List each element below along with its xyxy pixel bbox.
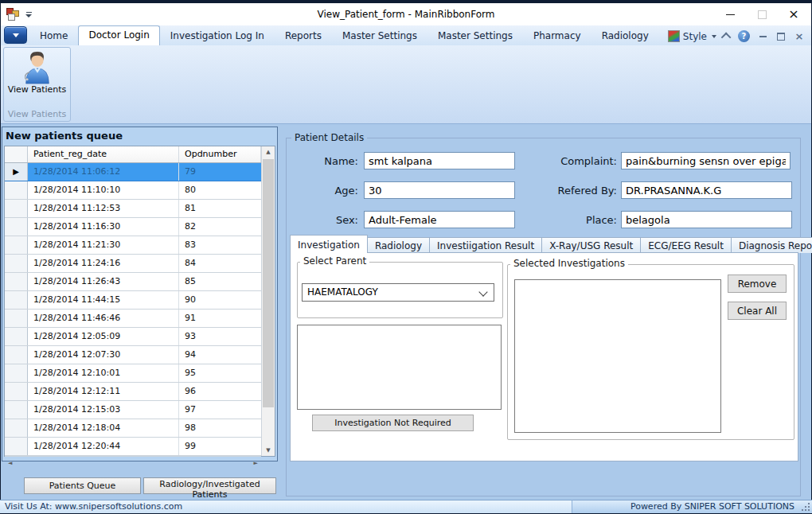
cell-patient-reg-date[interactable]: 1/28/2014 12:15:03 bbox=[28, 401, 179, 419]
ribbon-tab-home[interactable]: Home bbox=[29, 27, 78, 45]
cell-opdnumber[interactable]: 79 bbox=[179, 163, 261, 181]
cell-patient-reg-date[interactable]: 1/28/2014 11:46:46 bbox=[28, 310, 179, 327]
cell-opdnumber[interactable]: 83 bbox=[179, 236, 261, 254]
tab-investiigation-result[interactable]: Investiigation Result bbox=[429, 237, 542, 253]
table-row[interactable]: 1/28/2014 12:05:0993 bbox=[5, 328, 261, 346]
radiology-investigated-patients-tab-button[interactable]: Radiology/Investigated Patients bbox=[143, 477, 276, 494]
cell-opdnumber[interactable]: 84 bbox=[179, 255, 261, 272]
cell-patient-reg-date[interactable]: 1/28/2014 11:44:15 bbox=[28, 291, 179, 309]
cell-patient-reg-date[interactable]: 1/28/2014 11:21:30 bbox=[28, 236, 179, 254]
style-picker-button[interactable]: Style bbox=[668, 30, 716, 42]
horizontal-scrollbar[interactable]: ◄ ► bbox=[5, 456, 261, 457]
cell-opdnumber[interactable]: 99 bbox=[179, 438, 261, 455]
application-menu-button[interactable] bbox=[4, 26, 27, 44]
tab-diagnosis-report[interactable]: Diagnosis Report bbox=[731, 237, 812, 253]
minimize-button[interactable] bbox=[714, 3, 746, 25]
row-header-cell[interactable] bbox=[5, 401, 28, 419]
place-field[interactable] bbox=[621, 211, 792, 228]
help-icon[interactable]: ? bbox=[738, 30, 750, 42]
row-header-cell[interactable] bbox=[5, 273, 28, 290]
table-row[interactable]: 1/28/2014 11:16:3082 bbox=[5, 218, 261, 236]
refered-by-field[interactable] bbox=[621, 181, 792, 199]
ribbon-restore-button[interactable] bbox=[775, 31, 787, 42]
name-field[interactable] bbox=[364, 152, 515, 169]
cell-opdnumber[interactable]: 96 bbox=[179, 383, 261, 400]
cell-opdnumber[interactable]: 81 bbox=[179, 200, 261, 217]
patients-queue-tab-button[interactable]: Patients Queue bbox=[24, 477, 141, 494]
view-patients-button[interactable]: View Patients bbox=[5, 49, 69, 98]
cell-opdnumber[interactable]: 94 bbox=[179, 346, 261, 364]
parent-combobox[interactable]: HAEMATALOGY bbox=[302, 283, 494, 302]
ribbon-tab-master-settings[interactable]: Master Settings bbox=[332, 27, 427, 45]
cell-opdnumber[interactable]: 93 bbox=[179, 328, 261, 345]
table-row[interactable]: 1/28/2014 11:24:1684 bbox=[5, 255, 261, 273]
row-header-cell[interactable] bbox=[5, 218, 28, 236]
table-row[interactable]: 1/28/2014 11:21:3083 bbox=[5, 236, 261, 255]
cell-patient-reg-date[interactable]: 1/28/2014 12:18:04 bbox=[28, 419, 179, 437]
cell-patient-reg-date[interactable]: 1/28/2014 11:10:10 bbox=[28, 181, 179, 199]
row-header-cell[interactable] bbox=[5, 200, 28, 217]
investigations-listbox[interactable] bbox=[297, 325, 502, 410]
ribbon-tab-investigation-log-in[interactable]: Investigation Log In bbox=[160, 27, 275, 45]
table-row[interactable]: 1/28/2014 11:44:1590 bbox=[5, 291, 261, 310]
scroll-left-icon[interactable]: ◄ bbox=[8, 460, 12, 466]
cell-patient-reg-date[interactable]: 1/28/2014 11:26:43 bbox=[28, 273, 179, 290]
row-header-cell[interactable] bbox=[5, 328, 28, 345]
ribbon-tab-doctor-login[interactable]: Doctor Login bbox=[78, 25, 159, 45]
row-header-cell[interactable] bbox=[5, 364, 28, 382]
table-row[interactable]: 1/28/2014 11:10:1080 bbox=[5, 181, 261, 200]
cell-opdnumber[interactable]: 91 bbox=[179, 310, 261, 327]
table-row[interactable]: 1/28/2014 12:18:0498 bbox=[5, 419, 261, 438]
row-header-cell[interactable] bbox=[5, 346, 28, 364]
scroll-down-icon[interactable]: ▼ bbox=[262, 447, 275, 454]
row-header-cell[interactable] bbox=[5, 291, 28, 309]
cell-patient-reg-date[interactable]: 1/28/2014 12:10:01 bbox=[28, 364, 179, 382]
row-header-cell[interactable] bbox=[5, 236, 28, 254]
table-row[interactable]: 1/28/2014 12:12:1196 bbox=[5, 383, 261, 401]
sex-field[interactable] bbox=[364, 211, 515, 228]
column-header-patient-reg-date[interactable]: Patient_reg_date bbox=[28, 146, 179, 162]
table-row[interactable]: 1/28/2014 12:10:0195 bbox=[5, 364, 261, 383]
row-header-cell[interactable] bbox=[5, 181, 28, 199]
tab-investigation[interactable]: Investigation bbox=[290, 235, 368, 253]
cell-opdnumber[interactable]: 82 bbox=[179, 218, 261, 236]
resize-grip[interactable] bbox=[808, 509, 810, 511]
cell-patient-reg-date[interactable]: 1/28/2014 12:20:44 bbox=[28, 438, 179, 455]
vertical-scrollbar[interactable]: ▲ ▼ bbox=[261, 146, 275, 456]
table-row[interactable]: 1/28/2014 11:46:4691 bbox=[5, 310, 261, 328]
cell-patient-reg-date[interactable]: 1/28/2014 11:06:12 bbox=[28, 163, 179, 181]
cell-opdnumber[interactable]: 85 bbox=[179, 273, 261, 290]
ribbon-close-button[interactable]: × bbox=[794, 31, 805, 42]
cell-patient-reg-date[interactable]: 1/28/2014 11:16:30 bbox=[28, 218, 179, 236]
age-field[interactable] bbox=[364, 181, 515, 199]
row-header-cell[interactable] bbox=[5, 383, 28, 400]
tab-x-ray-usg-result[interactable]: X-Ray/USG Result bbox=[541, 237, 641, 253]
ribbon-tab-master-settings[interactable]: Master Settings bbox=[427, 27, 523, 45]
ribbon-tab-radiology[interactable]: Radiology bbox=[591, 27, 659, 45]
selected-investigations-listbox[interactable] bbox=[514, 279, 721, 433]
row-header-cell[interactable] bbox=[5, 310, 28, 327]
scroll-up-icon[interactable]: ▲ bbox=[262, 149, 275, 155]
cell-opdnumber[interactable]: 80 bbox=[179, 181, 261, 199]
remove-button[interactable]: Remove bbox=[728, 275, 787, 293]
table-row[interactable]: ▶1/28/2014 11:06:1279 bbox=[5, 163, 261, 181]
row-header-cell[interactable]: ▶ bbox=[5, 163, 28, 181]
cell-opdnumber[interactable]: 98 bbox=[179, 419, 261, 437]
row-header-cell[interactable] bbox=[5, 255, 28, 272]
ribbon-tab-pharmacy[interactable]: Pharmacy bbox=[523, 27, 591, 45]
cell-opdnumber[interactable]: 95 bbox=[179, 364, 261, 382]
row-header-cell[interactable] bbox=[5, 419, 28, 437]
cell-patient-reg-date[interactable]: 1/28/2014 12:12:11 bbox=[28, 383, 179, 400]
cell-patient-reg-date[interactable]: 1/28/2014 11:12:53 bbox=[28, 200, 179, 217]
close-button[interactable]: × bbox=[778, 3, 810, 25]
ribbon-minimize-button[interactable] bbox=[757, 31, 768, 42]
cell-patient-reg-date[interactable]: 1/28/2014 12:05:09 bbox=[28, 328, 179, 345]
vertical-scrollbar-thumb[interactable] bbox=[263, 159, 274, 407]
scroll-right-icon[interactable]: ► bbox=[254, 460, 258, 466]
ribbon-tab-reports[interactable]: Reports bbox=[275, 27, 332, 45]
collapse-ribbon-icon[interactable] bbox=[721, 33, 732, 43]
tab-ecg-eeg-result[interactable]: ECG/EEG Result bbox=[640, 237, 732, 253]
cell-patient-reg-date[interactable]: 1/28/2014 11:24:16 bbox=[28, 255, 179, 272]
column-header-opdnumber[interactable]: Opdnumber bbox=[179, 146, 261, 162]
row-header-cell[interactable] bbox=[5, 438, 28, 455]
